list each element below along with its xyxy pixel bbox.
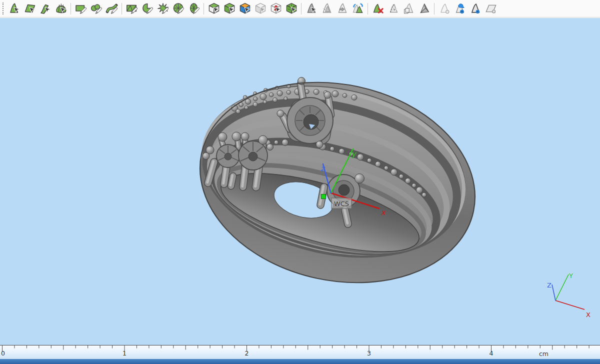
render-flat-button[interactable] (484, 2, 498, 16)
mesh-rectangle-button[interactable] (124, 2, 139, 16)
hide-selected-button[interactable] (335, 2, 350, 16)
render-shaded-button[interactable] (468, 2, 482, 16)
status-bar (0, 359, 600, 364)
view-cube-interior-button[interactable] (268, 2, 283, 16)
ruler: 01234cm (0, 345, 600, 359)
ruler-label: 0 (1, 350, 5, 357)
delete-selected-button[interactable] (370, 2, 385, 16)
view-cube-textured-icon (285, 2, 298, 15)
viewport-3d[interactable]: x y z WCS Y Z X (0, 18, 600, 345)
pick-band-button[interactable] (38, 2, 52, 16)
mesh-disc-button[interactable] (171, 2, 186, 16)
ruler-scale: 01234cm (0, 345, 600, 359)
view-cube-top-icon (208, 2, 220, 15)
draw-curve-button[interactable] (104, 2, 119, 16)
view-cube-colored-button[interactable] (238, 2, 252, 16)
view-cube-disabled-icon (254, 2, 267, 15)
render-ghost-icon (438, 2, 451, 15)
triad-z-label: Z (547, 282, 552, 289)
view-cube-shaded-button[interactable] (222, 2, 236, 16)
triad-axis-y (556, 274, 568, 300)
flip-surface-icon (418, 2, 431, 15)
toolbar-separator (122, 3, 122, 14)
orientation-triad: Y Z X (547, 272, 590, 318)
triad-y-label: Y (568, 272, 573, 280)
mesh-ellipse-button[interactable] (186, 2, 201, 16)
triad-axis-z (552, 284, 556, 300)
mesh-pie-icon (141, 2, 154, 15)
ruler-label: 1 (122, 350, 126, 357)
mesh-ellipse-icon (188, 2, 200, 15)
mesh-star-icon (156, 2, 170, 15)
toolbar (0, 0, 600, 18)
render-material-icon (454, 2, 466, 15)
ruler-label: 2 (245, 350, 249, 357)
toolbar-drag-handle[interactable] (2, 2, 4, 14)
gem-setting-top[interactable] (287, 98, 333, 144)
render-shaded-icon (469, 2, 482, 15)
view-cube-shaded-icon (223, 2, 236, 15)
flip-surface-button[interactable] (417, 2, 432, 16)
hide-unselected-icon (320, 2, 334, 15)
view-cube-interior-icon (270, 2, 282, 15)
draw-circles-icon (90, 2, 103, 15)
view-cube-disabled-button[interactable] (253, 2, 268, 16)
wcs-label: WCS (334, 200, 349, 208)
render-flat-icon (484, 2, 498, 15)
render-material-button[interactable] (452, 2, 467, 16)
triad-axis-x (556, 300, 584, 310)
render-ghost-button[interactable] (437, 2, 452, 16)
ruler-unit-label: cm (539, 350, 548, 358)
draw-rectangle-icon (74, 2, 88, 15)
cad-application-window: x y z WCS Y Z X 01234cm (0, 0, 600, 364)
draw-curve-icon (106, 2, 118, 15)
mesh-disc-icon (172, 2, 185, 15)
pick-band-icon (39, 2, 52, 15)
duplicate-selection-button[interactable] (402, 2, 416, 16)
draw-circles-button[interactable] (89, 2, 104, 16)
wcs-origin-marker (322, 194, 326, 199)
toolbar-separator (204, 3, 204, 14)
show-all-triangles-icon (305, 2, 318, 15)
toolbar-separator (368, 3, 368, 14)
swap-hidden-button[interactable] (350, 2, 365, 16)
pick-shell-button[interactable] (54, 2, 68, 16)
hide-boundary-button[interactable] (386, 2, 400, 16)
scene-canvas[interactable]: x y z WCS Y Z X (0, 18, 600, 345)
duplicate-selection-icon (402, 2, 416, 15)
view-cube-top-button[interactable] (206, 2, 221, 16)
draw-rectangle-button[interactable] (74, 2, 88, 16)
hide-unselected-button[interactable] (320, 2, 334, 16)
view-cube-colored-icon (238, 2, 252, 15)
toolbar-separator (70, 3, 71, 14)
hide-boundary-icon (387, 2, 400, 15)
mesh-rectangle-icon (126, 2, 138, 15)
delete-selected-icon (372, 2, 384, 15)
triad-x-label: X (586, 311, 590, 318)
ruler-label: 4 (490, 350, 494, 357)
wcs-label-box: WCS (332, 198, 352, 208)
toolbar-separator (434, 3, 434, 14)
pick-face-button[interactable] (7, 2, 22, 16)
view-cube-textured-button[interactable] (284, 2, 298, 16)
ring-model[interactable] (181, 58, 494, 307)
pick-plane-icon (24, 2, 36, 15)
ruler-label: 3 (367, 350, 371, 357)
hide-selected-icon (336, 2, 349, 15)
pick-shell-icon (54, 2, 68, 15)
pick-face-icon (8, 2, 21, 15)
mesh-pie-button[interactable] (140, 2, 154, 16)
mesh-star-button[interactable] (156, 2, 170, 16)
show-all-triangles-button[interactable] (304, 2, 318, 16)
toolbar-separator (301, 3, 302, 14)
swap-hidden-icon (352, 2, 364, 15)
pick-plane-button[interactable] (22, 2, 37, 16)
